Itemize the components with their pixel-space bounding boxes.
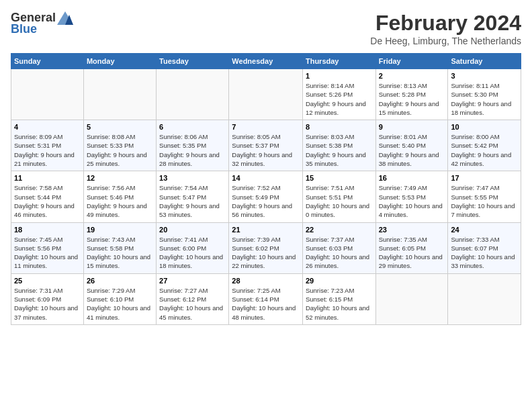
day-number: 22 — [306, 226, 373, 234]
day-of-week-header: Friday — [375, 54, 448, 69]
day-info: Sunrise: 7:27 AM Sunset: 6:12 PM Dayligh… — [159, 286, 226, 322]
title-section: February 2024 De Heeg, Limburg, The Neth… — [370, 11, 521, 46]
day-number: 27 — [159, 277, 226, 285]
calendar-cell: 3Sunrise: 8:11 AM Sunset: 5:30 PM Daylig… — [448, 69, 521, 120]
calendar-week-row: 11Sunrise: 7:58 AM Sunset: 5:44 PM Dayli… — [11, 171, 521, 222]
day-number: 7 — [232, 123, 300, 131]
day-of-week-header: Thursday — [302, 54, 375, 69]
day-info: Sunrise: 7:35 AM Sunset: 6:05 PM Dayligh… — [379, 235, 445, 271]
day-info: Sunrise: 7:49 AM Sunset: 5:53 PM Dayligh… — [379, 183, 445, 219]
day-info: Sunrise: 7:45 AM Sunset: 5:56 PM Dayligh… — [14, 235, 81, 271]
calendar-cell: 6Sunrise: 8:06 AM Sunset: 5:35 PM Daylig… — [157, 120, 229, 171]
calendar-cell: 22Sunrise: 7:37 AM Sunset: 6:03 PM Dayli… — [302, 222, 375, 273]
day-info: Sunrise: 7:56 AM Sunset: 5:46 PM Dayligh… — [87, 183, 153, 219]
day-of-week-header: Saturday — [448, 54, 521, 69]
calendar-cell — [11, 69, 84, 120]
day-number: 5 — [87, 123, 153, 131]
calendar-cell: 24Sunrise: 7:33 AM Sunset: 6:07 PM Dayli… — [448, 222, 521, 273]
day-number: 21 — [232, 226, 300, 234]
day-number: 23 — [379, 226, 445, 234]
day-info: Sunrise: 7:25 AM Sunset: 6:14 PM Dayligh… — [232, 286, 300, 322]
calendar-cell: 7Sunrise: 8:05 AM Sunset: 5:37 PM Daylig… — [229, 120, 303, 171]
calendar-cell: 29Sunrise: 7:23 AM Sunset: 6:15 PM Dayli… — [302, 273, 375, 324]
day-number: 4 — [14, 123, 81, 131]
day-info: Sunrise: 8:06 AM Sunset: 5:35 PM Dayligh… — [159, 132, 226, 168]
day-number: 25 — [14, 277, 81, 285]
logo-blue: Blue — [11, 22, 37, 36]
day-number: 6 — [159, 123, 226, 131]
day-of-week-header: Sunday — [11, 54, 84, 69]
calendar-cell: 20Sunrise: 7:41 AM Sunset: 6:00 PM Dayli… — [157, 222, 229, 273]
day-info: Sunrise: 7:52 AM Sunset: 5:49 PM Dayligh… — [232, 183, 300, 219]
day-info: Sunrise: 7:37 AM Sunset: 6:03 PM Dayligh… — [306, 235, 373, 271]
day-of-week-header: Tuesday — [157, 54, 229, 69]
calendar-cell: 25Sunrise: 7:31 AM Sunset: 6:09 PM Dayli… — [11, 273, 84, 324]
day-number: 10 — [451, 123, 518, 131]
calendar-cell: 10Sunrise: 8:00 AM Sunset: 5:42 PM Dayli… — [448, 120, 521, 171]
day-info: Sunrise: 7:41 AM Sunset: 6:00 PM Dayligh… — [159, 235, 226, 271]
day-number: 28 — [232, 277, 300, 285]
calendar-cell: 12Sunrise: 7:56 AM Sunset: 5:46 PM Dayli… — [83, 171, 156, 222]
logo-icon — [57, 11, 73, 25]
day-info: Sunrise: 8:11 AM Sunset: 5:30 PM Dayligh… — [451, 81, 518, 117]
calendar-cell — [229, 69, 303, 120]
calendar-cell: 13Sunrise: 7:54 AM Sunset: 5:47 PM Dayli… — [157, 171, 229, 222]
day-info: Sunrise: 7:47 AM Sunset: 5:55 PM Dayligh… — [451, 183, 518, 219]
day-number: 17 — [451, 174, 518, 182]
calendar-cell: 11Sunrise: 7:58 AM Sunset: 5:44 PM Dayli… — [11, 171, 84, 222]
calendar-week-row: 4Sunrise: 8:09 AM Sunset: 5:31 PM Daylig… — [11, 120, 521, 171]
calendar-cell: 1Sunrise: 8:14 AM Sunset: 5:26 PM Daylig… — [302, 69, 375, 120]
day-info: Sunrise: 7:43 AM Sunset: 5:58 PM Dayligh… — [87, 235, 153, 271]
calendar-week-row: 18Sunrise: 7:45 AM Sunset: 5:56 PM Dayli… — [11, 222, 521, 273]
day-of-week-header: Monday — [83, 54, 156, 69]
day-info: Sunrise: 8:09 AM Sunset: 5:31 PM Dayligh… — [14, 132, 81, 168]
day-number: 1 — [306, 72, 373, 80]
day-number: 20 — [159, 226, 226, 234]
calendar-cell: 9Sunrise: 8:01 AM Sunset: 5:40 PM Daylig… — [375, 120, 448, 171]
day-info: Sunrise: 7:33 AM Sunset: 6:07 PM Dayligh… — [451, 235, 518, 271]
day-info: Sunrise: 8:14 AM Sunset: 5:26 PM Dayligh… — [306, 81, 373, 117]
month-year-title: February 2024 — [370, 11, 521, 36]
day-number: 3 — [451, 72, 518, 80]
day-info: Sunrise: 8:01 AM Sunset: 5:40 PM Dayligh… — [379, 132, 445, 168]
location-subtitle: De Heeg, Limburg, The Netherlands — [370, 36, 521, 46]
day-number: 15 — [306, 174, 373, 182]
calendar-cell: 23Sunrise: 7:35 AM Sunset: 6:05 PM Dayli… — [375, 222, 448, 273]
day-info: Sunrise: 7:31 AM Sunset: 6:09 PM Dayligh… — [14, 286, 81, 322]
day-number: 29 — [306, 277, 373, 285]
day-info: Sunrise: 7:54 AM Sunset: 5:47 PM Dayligh… — [159, 183, 226, 219]
calendar-cell — [83, 69, 156, 120]
calendar-cell: 21Sunrise: 7:39 AM Sunset: 6:02 PM Dayli… — [229, 222, 303, 273]
calendar-week-row: 1Sunrise: 8:14 AM Sunset: 5:26 PM Daylig… — [11, 69, 521, 120]
calendar-table: SundayMondayTuesdayWednesdayThursdayFrid… — [11, 53, 521, 325]
day-info: Sunrise: 7:29 AM Sunset: 6:10 PM Dayligh… — [87, 286, 153, 322]
calendar-cell: 27Sunrise: 7:27 AM Sunset: 6:12 PM Dayli… — [157, 273, 229, 324]
day-number: 2 — [379, 72, 445, 80]
day-number: 18 — [14, 226, 81, 234]
day-number: 12 — [87, 174, 153, 182]
calendar-cell — [157, 69, 229, 120]
day-info: Sunrise: 7:58 AM Sunset: 5:44 PM Dayligh… — [14, 183, 81, 219]
calendar-cell: 15Sunrise: 7:51 AM Sunset: 5:51 PM Dayli… — [302, 171, 375, 222]
calendar-cell — [448, 273, 521, 324]
day-number: 13 — [159, 174, 226, 182]
calendar-cell — [375, 273, 448, 324]
logo: General Blue — [11, 11, 73, 36]
calendar-cell: 26Sunrise: 7:29 AM Sunset: 6:10 PM Dayli… — [83, 273, 156, 324]
day-info: Sunrise: 8:00 AM Sunset: 5:42 PM Dayligh… — [451, 132, 518, 168]
page-header: General Blue February 2024 De Heeg, Limb… — [11, 11, 521, 46]
day-number: 26 — [87, 277, 153, 285]
calendar-cell: 5Sunrise: 8:08 AM Sunset: 5:33 PM Daylig… — [83, 120, 156, 171]
day-info: Sunrise: 7:39 AM Sunset: 6:02 PM Dayligh… — [232, 235, 300, 271]
day-info: Sunrise: 8:13 AM Sunset: 5:28 PM Dayligh… — [379, 81, 445, 117]
day-info: Sunrise: 8:05 AM Sunset: 5:37 PM Dayligh… — [232, 132, 300, 168]
calendar-header-row: SundayMondayTuesdayWednesdayThursdayFrid… — [11, 54, 521, 69]
day-of-week-header: Wednesday — [229, 54, 303, 69]
calendar-cell: 17Sunrise: 7:47 AM Sunset: 5:55 PM Dayli… — [448, 171, 521, 222]
calendar-week-row: 25Sunrise: 7:31 AM Sunset: 6:09 PM Dayli… — [11, 273, 521, 324]
calendar-cell: 14Sunrise: 7:52 AM Sunset: 5:49 PM Dayli… — [229, 171, 303, 222]
day-info: Sunrise: 8:03 AM Sunset: 5:38 PM Dayligh… — [306, 132, 373, 168]
day-number: 24 — [451, 226, 518, 234]
day-info: Sunrise: 8:08 AM Sunset: 5:33 PM Dayligh… — [87, 132, 153, 168]
day-info: Sunrise: 7:23 AM Sunset: 6:15 PM Dayligh… — [306, 286, 373, 322]
